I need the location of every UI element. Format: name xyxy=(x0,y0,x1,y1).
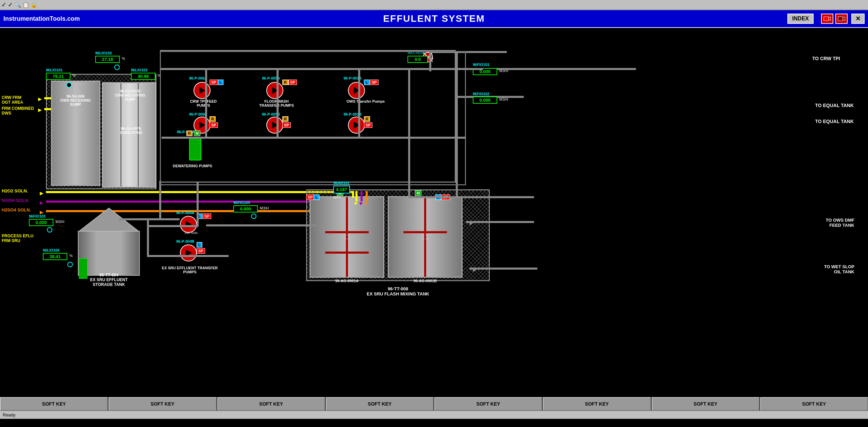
p004b-l: L xyxy=(197,242,202,247)
title-bar: InstrumentationTools.com EFFULENT SYSTEM… xyxy=(0,10,868,28)
arrow-wet-slop: ▶ xyxy=(473,267,477,272)
toolbar-icon2[interactable]: 📋 xyxy=(22,2,29,8)
inst-tools-label-1: Inst Tools xyxy=(178,231,205,235)
dewatering-pump-body[interactable] xyxy=(189,137,201,160)
tt008-label: 96-TT-008EX SRU FLASH MIXING TANK xyxy=(306,286,490,296)
pipe-dewater-down xyxy=(197,183,199,227)
ows-transfer-label: OWS Transfer Pumps xyxy=(342,99,389,103)
su007a-label: 96-SU-007ASURG POND xyxy=(105,126,157,135)
ai101-area: 96AI0101 4.187 ppm xyxy=(333,181,350,200)
toolbar-check2[interactable]: ✓ xyxy=(8,1,13,8)
p005a-pump[interactable] xyxy=(266,82,284,101)
fi101-tag: 96FIO101 xyxy=(473,63,489,67)
li103-value[interactable]: 40.98 xyxy=(131,73,155,80)
softkey-bar: SOFT KEY SOFT KEY SOFT KEY SOFT KEY SOFT… xyxy=(0,397,868,411)
camera-buttons xyxy=(821,14,848,24)
p006b-sp: SP xyxy=(210,122,218,128)
su007b-label: 96-SU-007BCRW RECEIVINGSUMP xyxy=(104,89,156,101)
fi104-unit: M3/H xyxy=(260,206,269,210)
ai101-value[interactable]: 4.187 xyxy=(333,186,350,193)
li104-value[interactable]: 38.41 xyxy=(43,253,67,260)
toolbar-check1[interactable]: ✓ xyxy=(1,1,6,8)
toolbar-icon3[interactable]: 🔒 xyxy=(31,2,37,8)
status-bar: Ready xyxy=(0,411,868,419)
pipe-to-crw-tpi xyxy=(499,68,601,70)
p004a-sp: SP xyxy=(203,214,211,219)
fi102-tag: 96FIO102 xyxy=(473,92,489,96)
p006a-l: L xyxy=(218,80,223,85)
pipe-wet-slop xyxy=(469,268,537,270)
p004a-tag: 96-P-004A xyxy=(176,211,194,215)
pipe-left-down xyxy=(159,181,161,218)
pipe-pumps-to-fi104 xyxy=(206,224,301,226)
fi104-value[interactable]: 0.000 xyxy=(233,205,258,212)
dest-ows-dmf: TO OWS DMFFEED TANK xyxy=(826,218,854,228)
main-title: EFFULENT SYSTEM xyxy=(383,13,485,24)
p001b-pump[interactable] xyxy=(348,116,365,135)
tt004-label: 96-TT-004EX SRU EFFLUENTSTORAGE TANK xyxy=(71,273,146,287)
softkey-4[interactable]: SOFT KEY xyxy=(326,397,434,411)
li102-value[interactable]: 27.18 xyxy=(95,56,120,63)
p005b-r: R xyxy=(282,116,288,122)
ag0001a-tank[interactable]: InstTool xyxy=(310,196,384,278)
dest-wet-slop: TO WET SLOPOIL TANK xyxy=(824,264,854,274)
crw-tpi-label: CRW TPI FEED PUMPS xyxy=(183,99,224,107)
ag0001a-label: 96-AG-0001A xyxy=(310,279,384,283)
ai101-tag: 96AI0101 xyxy=(333,181,350,185)
p006a-pump[interactable] xyxy=(193,82,211,101)
li101-value[interactable]: 79.21 xyxy=(46,73,70,80)
pipe-crw-ogt xyxy=(44,97,51,99)
frm-combined-input: FRM COMBINEDDWS xyxy=(2,106,34,116)
dest-equal-tank-2: TO EQUAL TANK xyxy=(814,118,854,125)
pipe-p005-v xyxy=(277,68,279,137)
ag0001b-tank[interactable]: InstTool xyxy=(388,196,463,278)
camera-btn-2[interactable] xyxy=(835,14,848,24)
p005a-sp: SP xyxy=(288,80,297,85)
h2so4-label: H2SO4 SOLN. xyxy=(2,207,31,212)
ai101-unit: ppm xyxy=(333,195,340,199)
camera-btn-1[interactable] xyxy=(821,14,833,24)
fi104-tag: 96FIO104 xyxy=(233,201,250,205)
index-button[interactable]: INDEX xyxy=(787,14,814,24)
status-text: Ready xyxy=(3,412,16,417)
fi102-value[interactable]: 0.000 xyxy=(473,97,497,104)
p006b-r: R xyxy=(210,116,216,122)
softkey-3[interactable]: SOFT KEY xyxy=(217,397,325,411)
arrow-ows-dmf: ▶ xyxy=(469,220,473,226)
p005b-pump[interactable] xyxy=(266,116,284,135)
softkey-8[interactable]: SOFT KEY xyxy=(760,397,868,411)
pipe-tt004-to-pumps xyxy=(147,255,229,257)
p001b-r: R xyxy=(364,116,370,122)
close-button[interactable]: ✕ xyxy=(851,14,865,24)
pipe-main-v-right xyxy=(408,68,410,197)
li102-tag: 96LIO102 xyxy=(95,51,112,55)
tt004-tank[interactable] xyxy=(71,205,146,279)
crw-ogt-input: CRW FRMOGT AREA xyxy=(2,95,23,105)
naoh-drop-pipe xyxy=(361,191,363,201)
softkey-6[interactable]: SOFT KEY xyxy=(543,397,651,411)
ag0001b-m: M xyxy=(415,190,421,196)
pipe-dewater-h xyxy=(147,225,198,227)
softkey-5[interactable]: SOFT KEY xyxy=(434,397,542,411)
h2o2-drop-arrow: ▼ xyxy=(353,201,358,207)
p006a-tag: 96-P-006A xyxy=(189,76,207,80)
p031a-r: R xyxy=(186,131,193,136)
h2o2-label: H2O2 SOLN. xyxy=(2,188,28,193)
dewatering-label: DEWATERING PUMPS xyxy=(172,164,213,168)
fcv0101-value[interactable]: 0.0 xyxy=(407,56,428,63)
mixing-sp: SP xyxy=(306,194,315,200)
softkey-1[interactable]: SOFT KEY xyxy=(0,397,108,411)
toolbar-icon1[interactable]: 🔍 xyxy=(14,2,21,8)
toolbar: ✓ ✓ 🔍 📋 🔒 xyxy=(0,0,868,10)
li104-unit: % xyxy=(69,254,73,258)
fi104-indicator xyxy=(251,214,256,219)
pipe-chem-drop-y xyxy=(352,191,354,198)
fi103-unit: M3/H xyxy=(55,220,64,224)
pipe-p006-v xyxy=(205,68,207,137)
p004b-pump[interactable] xyxy=(180,244,197,263)
ex-sru-transfer-label: EX SRU EFFLUENT TRANSFER PUMPS xyxy=(159,266,220,274)
softkey-2[interactable]: SOFT KEY xyxy=(108,397,216,411)
fi103-value[interactable]: 0.000 xyxy=(29,219,53,226)
p001a-pump[interactable] xyxy=(348,82,365,101)
softkey-7[interactable]: SOFT KEY xyxy=(652,397,760,411)
